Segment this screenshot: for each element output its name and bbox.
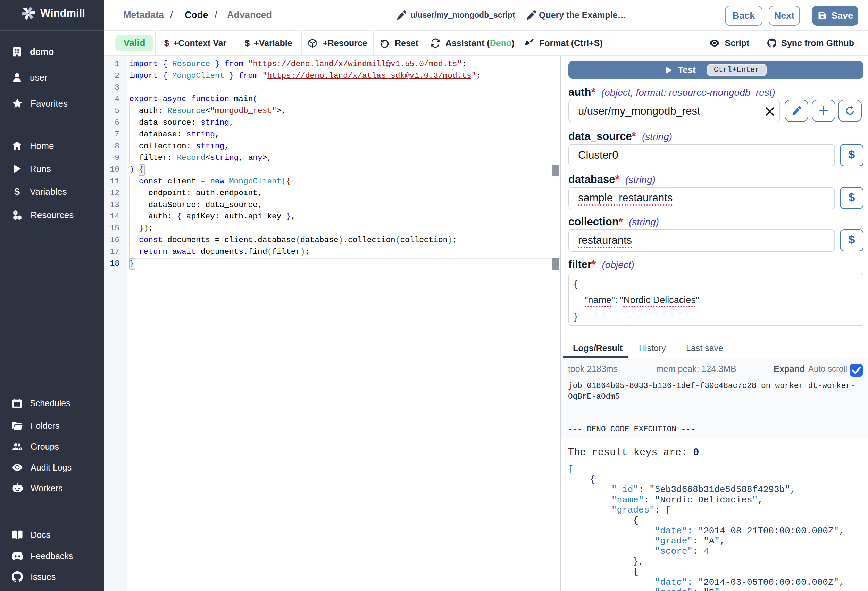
svg-text:$: $ (14, 186, 20, 197)
